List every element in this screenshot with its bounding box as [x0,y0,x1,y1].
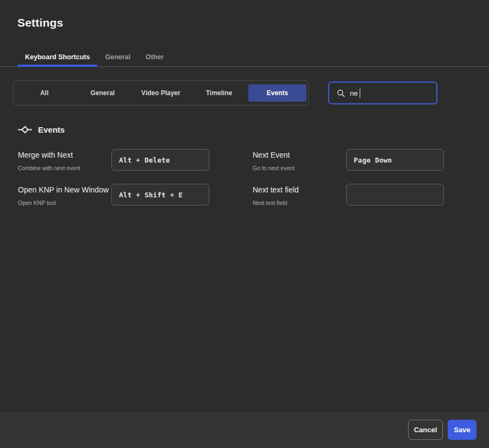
events-section-header: Events [18,125,489,134]
shortcut-info: Open KNP in New Window Open KNP tool [18,184,111,206]
shortcut-row-merge-with-next: Merge with Next Combine with next event … [18,149,209,171]
keyframe-icon [18,126,32,134]
dialog-header: Settings [0,0,489,29]
tab-keyboard-shortcuts[interactable]: Keyboard Shortcuts [17,53,97,66]
shortcut-row-next-text-field: Next text field Next text field [253,184,444,206]
shortcut-binding-input[interactable] [346,184,444,206]
category-filter-bar: All General Video Player Timeline Events [13,80,309,105]
shortcut-name: Merge with Next [18,151,111,160]
search-input[interactable] [350,89,446,97]
search-field[interactable] [328,82,437,104]
section-title: Events [38,125,65,134]
filter-all[interactable]: All [15,84,73,102]
filter-events[interactable]: Events [248,84,306,102]
dialog-footer: Cancel Save [0,410,489,448]
shortcut-binding-input[interactable]: Page Down [346,149,444,171]
shortcuts-toolbar: All General Video Player Timeline Events [13,80,437,105]
tab-other[interactable]: Other [138,53,171,66]
search-icon [337,89,345,97]
shortcut-info: Merge with Next Combine with next event [18,149,111,171]
shortcut-row-next-event: Next Event Go to next event Page Down [253,149,444,171]
shortcut-binding-input[interactable]: Alt + Delete [111,149,209,171]
settings-tabs: Keyboard Shortcuts General Other [0,51,489,67]
save-button[interactable]: Save [448,420,477,440]
shortcut-description: Go to next event [253,165,346,171]
shortcut-name: Open KNP in New Window [18,185,111,195]
shortcut-info: Next Event Go to next event [253,149,346,171]
shortcut-name: Next Event [253,151,346,160]
tab-general[interactable]: General [97,53,138,66]
cancel-button[interactable]: Cancel [408,420,443,440]
shortcut-description: Open KNP tool [18,200,111,206]
shortcut-info: Next text field Next text field [253,184,346,206]
filter-general[interactable]: General [73,84,131,102]
shortcut-row-open-knp: Open KNP in New Window Open KNP tool Alt… [18,184,209,206]
shortcut-name: Next text field [253,185,346,195]
shortcut-binding-input[interactable]: Alt + Shift + E [111,184,209,206]
shortcut-list: Merge with Next Combine with next event … [18,149,489,206]
shortcut-description: Combine with next event [18,165,111,171]
filter-video-player[interactable]: Video Player [131,84,190,102]
filter-timeline[interactable]: Timeline [190,84,248,102]
page-title: Settings [17,16,472,29]
shortcut-description: Next text field [253,200,346,206]
